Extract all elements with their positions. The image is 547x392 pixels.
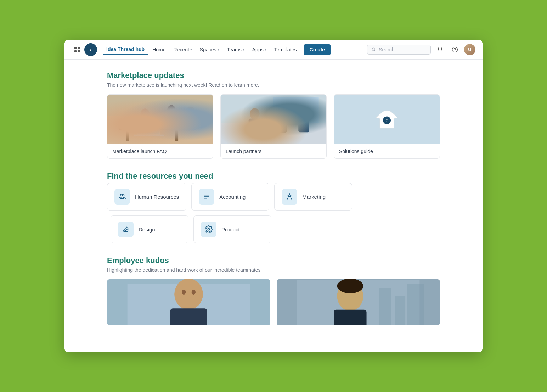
resource-marketing[interactable]: Marketing [274,183,352,211]
kudos-subtitle: Highlighting the dedication and hard wor… [107,267,440,273]
svg-point-22 [186,107,195,117]
svg-rect-24 [221,95,326,144]
svg-rect-11 [107,116,213,144]
kudos-image-2[interactable] [277,279,440,325]
marketplace-title: Marketplace updates [107,71,440,80]
svg-point-50 [192,290,196,295]
svg-rect-12 [119,127,187,130]
resources-row-2: Design Product [107,215,440,243]
kudos-images [107,279,440,325]
card-partners[interactable]: Launch partners [220,94,327,159]
kudos-section: Employee kudos Highlighting the dedicati… [107,256,440,325]
nav-hub[interactable]: Idea Thread hub [103,44,148,55]
avatar-inner: U [464,44,475,55]
svg-text:T: T [89,47,92,52]
svg-rect-33 [298,117,309,133]
create-button[interactable]: Create [304,44,331,55]
svg-point-47 [174,279,203,310]
svg-point-18 [141,108,150,119]
nav-home[interactable]: Home [149,45,169,55]
logo[interactable]: T [84,43,97,56]
svg-rect-10 [107,95,213,144]
svg-rect-23 [185,117,196,130]
svg-rect-1 [78,47,80,49]
resource-marketing-label: Marketing [302,194,326,200]
resources-row-1: Human Resources Accounting [107,183,440,211]
svg-point-59 [337,279,363,293]
svg-rect-55 [395,296,405,325]
svg-rect-2 [74,50,77,52]
svg-rect-48 [170,308,207,325]
resource-marketing-icon [282,189,297,205]
notifications-button[interactable] [434,44,446,55]
svg-point-28 [250,108,260,119]
svg-rect-58 [334,310,366,325]
search-input[interactable] [379,47,426,52]
svg-point-8 [452,47,458,52]
resource-product-icon [201,222,216,237]
apps-chevron: ▾ [265,47,266,51]
marketplace-section: Marketplace updates The new marketplace … [107,71,440,159]
svg-point-38 [122,194,124,196]
logo-icon: T [84,43,97,56]
marketplace-subtitle: The new marketplace is launching next we… [107,82,440,88]
svg-point-20 [167,105,175,115]
browser-window: T Idea Thread hub Home Recent ▾ Spaces ▾… [64,40,483,352]
main-content: Marketplace updates The new marketplace … [64,60,483,352]
svg-rect-21 [166,114,177,128]
resource-hr-label: Human Resources [135,194,179,200]
card-faq-image [107,95,213,144]
card-faq[interactable]: Marketplace launch FAQ [107,94,213,159]
svg-rect-0 [74,47,77,49]
svg-rect-16 [138,121,159,134]
svg-rect-56 [407,284,424,325]
resource-design-icon [118,222,134,237]
resource-design[interactable]: Design [111,215,188,243]
svg-rect-54 [379,288,391,325]
svg-rect-15 [137,120,160,135]
nav-teams[interactable]: Teams ▾ [224,45,248,55]
svg-rect-19 [139,119,151,132]
card-solutions-label: Solutions guide [334,144,440,158]
svg-rect-14 [175,130,179,141]
kudos-title: Employee kudos [107,256,440,265]
resource-hr-icon [114,189,130,205]
help-button[interactable] [449,44,461,55]
card-partners-label: Launch partners [221,144,326,158]
resource-product[interactable]: Product [193,215,271,243]
avatar[interactable]: U [464,44,475,55]
search-box[interactable] [367,45,431,55]
resource-product-label: Product [221,226,240,233]
spaces-chevron: ▾ [218,47,219,51]
teams-chevron: ▾ [243,47,244,51]
card-partners-image [221,95,326,144]
svg-rect-25 [221,95,326,144]
resource-hr[interactable]: Human Resources [107,183,186,211]
nav-templates[interactable]: Templates [271,45,300,55]
svg-rect-26 [221,123,326,144]
resources-grid: Human Resources Accounting [107,183,440,243]
nav-apps[interactable]: Apps ▾ [249,45,270,55]
svg-line-7 [374,50,376,51]
resource-accounting-label: Accounting [219,194,246,200]
svg-rect-3 [78,50,80,52]
nav-links: Idea Thread hub Home Recent ▾ Spaces ▾ T… [103,44,366,55]
nav-spaces[interactable]: Spaces ▾ [196,45,223,55]
svg-rect-13 [126,130,129,141]
card-solutions[interactable]: T Solutions guide [334,94,440,159]
kudos-image-1[interactable] [107,279,270,325]
svg-point-30 [277,106,286,117]
resource-accounting[interactable]: Accounting [191,183,269,211]
grid-icon[interactable] [72,44,83,55]
resource-accounting-icon [199,189,214,205]
card-solutions-image: T [334,95,440,144]
resources-section: Find the resources you need [107,172,440,243]
svg-point-43 [208,228,210,230]
svg-rect-17 [134,135,164,136]
resources-title: Find the resources you need [107,172,440,181]
nav-right: U [367,44,475,55]
svg-rect-31 [275,116,287,133]
recent-chevron: ▾ [190,47,192,51]
navbar: T Idea Thread hub Home Recent ▾ Spaces ▾… [64,40,483,60]
nav-recent[interactable]: Recent ▾ [170,45,195,55]
